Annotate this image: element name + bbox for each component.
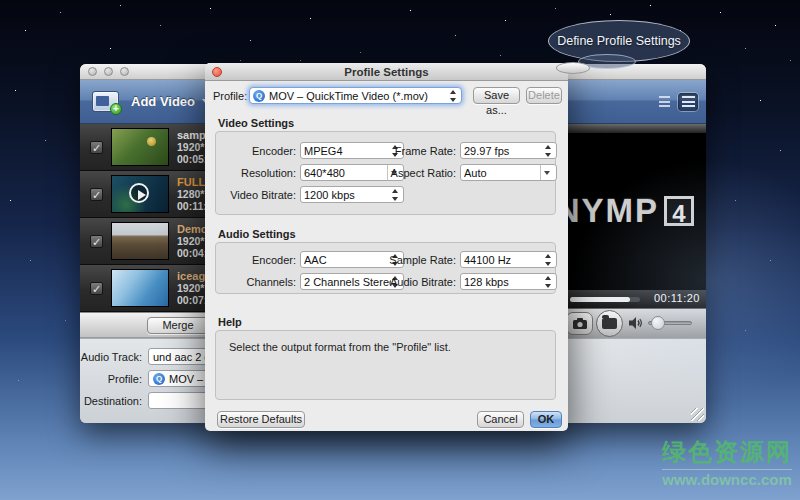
encoder-label: Encoder: [224, 145, 300, 157]
seek-bar[interactable] [570, 297, 640, 302]
resize-grip[interactable] [691, 408, 704, 421]
help-text: Select the output format from the "Profi… [229, 341, 451, 353]
video-bitrate-dropdown[interactable]: 1200 kbps [300, 186, 404, 203]
profile-label: Profile: [213, 90, 249, 102]
snapshot-button[interactable] [566, 312, 593, 335]
profile-settings-dialog: Profile Settings Profile: Q MOV – QuickT… [205, 63, 568, 431]
video-settings-group: Encoder: MPEG4 Frame Rate: 29.97 fps Res… [215, 131, 556, 215]
stepper-arrows-icon [544, 145, 553, 157]
quicktime-icon: Q [153, 373, 165, 385]
close-button[interactable] [88, 67, 97, 76]
quicktime-icon: Q [253, 90, 265, 102]
stepper-arrows-icon [544, 254, 553, 266]
audio-track-label: Audio Track: [80, 351, 148, 363]
video-thumbnail[interactable] [111, 128, 169, 166]
help-group: Select the output format from the "Profi… [215, 330, 556, 400]
video-thumbnail[interactable] [111, 222, 169, 260]
profile-label: Profile: [80, 373, 148, 385]
checkbox-checked[interactable]: ✓ [90, 282, 103, 295]
video-bitrate-label: Video Bitrate: [224, 189, 300, 201]
audio-bitrate-label: Audio Bitrate: [388, 276, 460, 288]
destination-label: Destination: [80, 395, 148, 407]
close-icon[interactable] [212, 67, 222, 77]
video-settings-heading: Video Settings [218, 117, 294, 129]
anymp4-logo: NYMP 4 [556, 192, 694, 230]
delete-button: Delete [526, 87, 562, 104]
cancel-button[interactable]: Cancel [477, 411, 524, 428]
watermark: 绿色资源网 www.downcc.com [662, 436, 792, 488]
video-thumbnail[interactable] [111, 175, 169, 213]
help-heading: Help [218, 316, 242, 328]
checkbox-checked[interactable]: ✓ [90, 235, 103, 248]
dialog-titlebar[interactable]: Profile Settings [205, 63, 568, 81]
playback-time: 00:11:20 [654, 292, 700, 304]
camera-icon [573, 318, 587, 329]
profile-format-dropdown[interactable]: Q MOV – QuickTime Video (*.mov) [249, 87, 462, 104]
seek-bar-fill [570, 297, 630, 302]
sample-rate-label: Sample Rate: [388, 254, 460, 266]
speaker-icon[interactable] [628, 316, 643, 334]
aspect-ratio-label: Aspect Ratio: [388, 167, 460, 179]
volume-knob[interactable] [651, 316, 665, 330]
combo-down-arrow-icon [540, 165, 553, 180]
save-as-button[interactable]: Save as... [473, 87, 520, 104]
desktop: + Add Video ✓ sample 1920*10 00:05:0 ✓ [0, 0, 800, 500]
stepper-arrows-icon [544, 276, 553, 288]
audio-settings-group: Encoder: AAC Sample Rate: 44100 Hz Chann… [215, 242, 556, 294]
detail-view-button[interactable] [678, 93, 698, 111]
frame-rate-label: Frame Rate: [388, 145, 460, 157]
audio-encoder-label: Encoder: [224, 254, 300, 266]
callout-bubble-tail-end [556, 62, 590, 74]
dialog-title: Profile Settings [344, 66, 428, 78]
watermark-url: www.downcc.com [662, 469, 792, 488]
audio-bitrate-dropdown[interactable]: 128 kbps [460, 273, 557, 290]
stepper-arrows-icon [449, 90, 458, 102]
video-thumbnail[interactable] [111, 269, 169, 307]
watermark-site-name: 绿色资源网 [662, 436, 792, 468]
add-video-button[interactable]: Add Video [131, 94, 195, 109]
channels-label: Channels: [224, 276, 300, 288]
merge-button[interactable]: Merge [147, 317, 209, 334]
starfield [0, 0, 1, 1]
folder-icon [602, 318, 617, 329]
volume-slider[interactable] [648, 321, 692, 325]
sample-rate-dropdown[interactable]: 44100 Hz [460, 251, 557, 268]
checkbox-checked[interactable]: ✓ [90, 188, 103, 201]
aspect-ratio-combo[interactable]: Auto [460, 164, 557, 181]
ok-button[interactable]: OK [530, 411, 562, 428]
audio-settings-heading: Audio Settings [218, 228, 296, 240]
add-video-icon: + [92, 91, 119, 112]
checkbox-checked[interactable]: ✓ [90, 141, 103, 154]
resolution-label: Resolution: [224, 167, 300, 179]
stepper-arrows-icon [391, 189, 400, 201]
frame-rate-dropdown[interactable]: 29.97 fps [460, 142, 557, 159]
list-view-button[interactable] [654, 93, 674, 111]
zoom-button[interactable] [120, 67, 129, 76]
open-folder-button[interactable] [596, 310, 623, 337]
play-icon[interactable] [129, 183, 149, 203]
minimize-button[interactable] [104, 67, 113, 76]
restore-defaults-button[interactable]: Restore Defaults [217, 411, 305, 428]
